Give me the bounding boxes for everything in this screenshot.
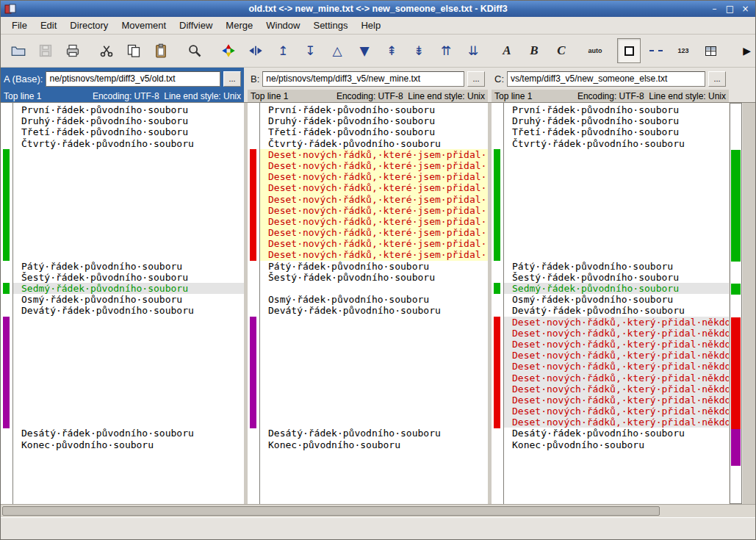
diff-line: Pátý·řádek·původního·souboru bbox=[260, 261, 488, 272]
goto-middle-delta-icon[interactable] bbox=[244, 38, 267, 63]
browse-button-c[interactable]: ... bbox=[708, 71, 726, 87]
menu-file[interactable]: File bbox=[5, 20, 34, 31]
menu-settings[interactable]: Settings bbox=[306, 20, 354, 31]
diff-line: Devátý·řádek·původního·souboru bbox=[504, 305, 729, 316]
file-selector-c: C: ... bbox=[492, 68, 729, 90]
goto-next-delta-icon[interactable]: ▼ bbox=[353, 38, 376, 63]
file-selector-b: B: ... bbox=[248, 68, 488, 90]
diff-line: Osmý·řádek·původního·souboru bbox=[504, 294, 729, 305]
overview-cell bbox=[729, 103, 743, 504]
diff-line: Deset·nových·řádků,·který·přidal·někdo bbox=[504, 395, 729, 406]
maximize-button[interactable]: □ bbox=[724, 4, 735, 14]
menu-directory[interactable]: Directory bbox=[63, 20, 115, 31]
diff-line: Deset·nových·řádků,·které·jsem·přidal· bbox=[260, 171, 488, 182]
diff-line bbox=[504, 216, 729, 227]
file-path-input-a[interactable] bbox=[46, 71, 220, 87]
menu-movement[interactable]: Movement bbox=[115, 20, 173, 31]
file-path-input-b[interactable] bbox=[262, 71, 464, 87]
top-line-label-b: Top line 1 bbox=[251, 91, 288, 101]
auto-advance-icon[interactable]: auto bbox=[583, 38, 607, 63]
info-row: Top line 1 Encoding: UTF-8 Line end styl… bbox=[1, 90, 755, 102]
browse-button-a[interactable]: ... bbox=[223, 71, 241, 87]
paste-icon[interactable] bbox=[149, 38, 173, 63]
minimize-button[interactable]: – bbox=[709, 4, 720, 14]
diff-line: Třetí·řádek·původního·souboru bbox=[13, 126, 244, 137]
diff-line bbox=[260, 339, 488, 350]
menu-diffview[interactable]: Diffview bbox=[173, 20, 219, 31]
diff-line: Pátý·řádek·původního·souboru bbox=[13, 261, 244, 272]
diff-line: Konec·původního·souboru bbox=[504, 439, 729, 450]
diff-line: Čtvrtý·řádek·původního·souboru bbox=[504, 138, 729, 149]
diff-line bbox=[504, 227, 729, 238]
menu-edit[interactable]: Edit bbox=[34, 20, 63, 31]
diff-line: Deset·nových·řádků,·které·jsem·přidal· bbox=[260, 227, 488, 238]
file-path-input-c[interactable] bbox=[507, 71, 705, 87]
copy-icon[interactable] bbox=[122, 38, 145, 63]
goto-first-delta-icon[interactable]: ↥ bbox=[271, 38, 295, 63]
select-line-c-icon[interactable]: C bbox=[550, 38, 573, 63]
goto-prev-unsolved-conflict-icon[interactable]: ⇈ bbox=[434, 38, 458, 63]
diff-pane-a[interactable]: První·řádek·původního·souboruDruhý·řádek… bbox=[1, 103, 244, 504]
diff-line: Deset·nových·řádků,·který·přidal·někdo bbox=[504, 406, 729, 417]
goto-next-unsolved-conflict-icon[interactable]: ⇊ bbox=[461, 38, 485, 63]
diff-line: Deset·nových·řádků,·který·přidal·někdo bbox=[504, 317, 729, 328]
goto-last-delta-icon[interactable]: ↧ bbox=[298, 38, 322, 63]
diff-line bbox=[504, 249, 729, 260]
menu-merge[interactable]: Merge bbox=[219, 20, 259, 31]
overview-column[interactable] bbox=[730, 103, 742, 504]
diff-line bbox=[260, 395, 488, 406]
goto-current-delta-icon[interactable] bbox=[217, 38, 240, 63]
diff-line bbox=[13, 339, 244, 350]
diff-line: Pátý·řádek·původního·souboru bbox=[504, 261, 729, 272]
find-icon[interactable] bbox=[183, 38, 206, 63]
split-view-icon[interactable] bbox=[699, 38, 722, 63]
diff-line: Devátý·řádek·původního·souboru bbox=[13, 305, 244, 316]
goto-prev-delta-icon[interactable]: △ bbox=[325, 38, 349, 63]
word-wrap-icon[interactable] bbox=[644, 38, 668, 63]
menu-help[interactable]: Help bbox=[354, 20, 387, 31]
app-icon bbox=[4, 3, 16, 15]
file-selector-a: A (Base): ... bbox=[1, 68, 244, 90]
diff-lines-b: První·řádek·původního·souboruDruhý·řádek… bbox=[260, 103, 488, 504]
diff-line: Deset·nových·řádků,·který·přidal·někdo bbox=[504, 328, 729, 339]
open-icon[interactable] bbox=[7, 38, 30, 63]
diff-line bbox=[260, 317, 488, 328]
select-line-b-icon[interactable]: B bbox=[522, 38, 546, 63]
diff-line bbox=[504, 194, 729, 205]
close-button[interactable]: × bbox=[740, 4, 751, 14]
diff-line bbox=[13, 205, 244, 216]
diff-line: Deset·nových·řádků,·který·přidal·někdo bbox=[504, 350, 729, 361]
show-window-a-icon[interactable] bbox=[617, 38, 641, 63]
cut-icon[interactable] bbox=[95, 38, 118, 63]
diff-line: Deset·nových·řádků,·které·jsem·přidal· bbox=[260, 149, 488, 160]
diff-line bbox=[13, 171, 244, 182]
menu-window[interactable]: Window bbox=[259, 20, 306, 31]
save-icon[interactable] bbox=[34, 38, 57, 63]
diff-pane-b[interactable]: První·řádek·původního·souboruDruhý·řádek… bbox=[248, 103, 488, 504]
kdiff3-window: old.txt <-> new_mine.txt <-> new_someone… bbox=[1, 1, 755, 540]
goto-prev-conflict-icon[interactable]: ⇞ bbox=[380, 38, 403, 63]
diff-line bbox=[13, 249, 244, 260]
diff-line: Deset·nových·řádků,·který·přidal·někdo bbox=[504, 417, 729, 428]
diff-line: Desátý·řádek·původního·souboru bbox=[504, 428, 729, 439]
diff-gutter-c bbox=[492, 103, 504, 504]
goto-next-conflict-icon[interactable]: ⇟ bbox=[407, 38, 431, 63]
diff-line: Šestý·řádek·původního·souboru bbox=[504, 272, 729, 283]
select-line-a-icon[interactable]: A bbox=[495, 38, 519, 63]
browse-button-b[interactable]: ... bbox=[467, 71, 485, 87]
diff-line bbox=[504, 238, 729, 249]
diff-marker-purple bbox=[3, 317, 10, 428]
diff-line: Sedmý·řádek·původního·souboru bbox=[504, 283, 729, 294]
horizontal-scrollbar[interactable] bbox=[1, 504, 755, 517]
show-line-numbers-icon[interactable]: 123 bbox=[672, 38, 695, 63]
diff-pane-c[interactable]: První·řádek·původního·souboruDruhý·řádek… bbox=[492, 103, 729, 504]
diff-line: Deset·nových·řádků,·které·jsem·přidal· bbox=[260, 238, 488, 249]
file-selector-row: A (Base): ... B: ... C: ... bbox=[1, 68, 755, 90]
diff-line: Deset·nových·řádků,·které·jsem·přidal· bbox=[260, 249, 488, 260]
horizontal-scrollbar-thumb[interactable] bbox=[2, 506, 660, 516]
diff-line bbox=[260, 406, 488, 417]
diff-line bbox=[13, 182, 244, 193]
info-bar-c: Top line 1 Encoding: UTF-8 Line end styl… bbox=[492, 90, 729, 102]
toolbar-overflow-icon[interactable]: ▶ bbox=[743, 45, 751, 57]
print-icon[interactable] bbox=[61, 38, 84, 63]
